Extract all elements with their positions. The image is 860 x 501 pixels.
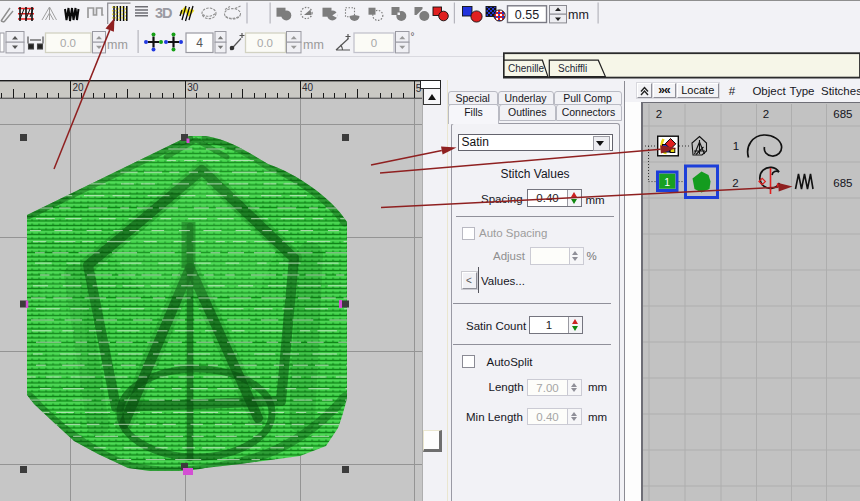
svg-text:1: 1	[733, 139, 739, 151]
svg-text:40: 40	[302, 82, 314, 93]
svg-text:2: 2	[732, 176, 738, 188]
svg-text:Chenille: Chenille	[508, 63, 545, 74]
svg-text:1: 1	[664, 175, 670, 187]
svg-text:°: °	[411, 31, 415, 42]
svg-text:30: 30	[187, 82, 199, 93]
svg-text:0: 0	[371, 37, 377, 49]
svg-text:4: 4	[196, 36, 203, 50]
svg-text:685: 685	[833, 107, 852, 119]
svg-text:mm: mm	[303, 38, 324, 52]
svg-text:0.0: 0.0	[60, 37, 76, 49]
svg-text:685: 685	[833, 176, 852, 188]
svg-text:0.55: 0.55	[515, 8, 539, 22]
svg-text:2: 2	[763, 107, 769, 119]
svg-text:2: 2	[656, 107, 662, 119]
svg-text:20: 20	[72, 82, 84, 93]
svg-text:Schiffli: Schiffli	[558, 63, 587, 74]
svg-text:3D: 3D	[155, 5, 172, 21]
svg-text:mm: mm	[107, 38, 128, 52]
svg-text:0.0: 0.0	[257, 37, 273, 49]
svg-text:mm: mm	[568, 8, 589, 22]
